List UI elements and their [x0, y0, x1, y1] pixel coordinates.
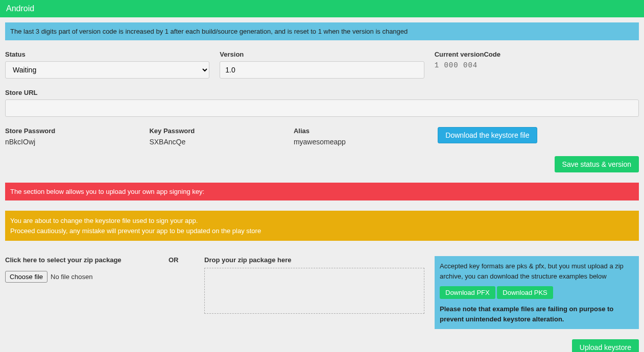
- store-password-value: nBkcIOwj: [5, 138, 139, 146]
- store-url-input[interactable]: [5, 99, 639, 117]
- accepted-note: Please note that example files are faili…: [440, 304, 634, 324]
- save-status-version-button[interactable]: Save status & version: [555, 156, 639, 172]
- version-input[interactable]: [220, 61, 424, 79]
- drop-label: Drop your zip package here: [204, 256, 424, 264]
- version-field: Version: [220, 51, 424, 79]
- version-code-value: 1 000 004: [435, 61, 639, 69]
- alias-value: myawesomeapp: [294, 138, 427, 146]
- page-title: Android: [6, 4, 34, 13]
- status-select[interactable]: Waiting: [5, 61, 209, 79]
- accepted-text: Accepted key formats are pks & pfx, but …: [440, 261, 634, 281]
- version-code-label: Current versionCode: [435, 51, 639, 58]
- download-keystore-button[interactable]: Download the keystore file: [438, 127, 537, 143]
- signing-key-alert: The section below allows you to upload y…: [5, 183, 639, 200]
- version-label: Version: [220, 51, 424, 58]
- choose-file-button[interactable]: Choose file: [5, 271, 47, 283]
- click-select-label: Click here to select your zip package: [5, 256, 158, 264]
- page-header: Android: [0, 0, 644, 17]
- alias-field: Alias myawesomeapp: [294, 127, 427, 146]
- no-file-text: No file chosen: [51, 273, 92, 281]
- alias-label: Alias: [294, 127, 427, 135]
- store-url-label: Store URL: [5, 89, 639, 96]
- download-pfx-button[interactable]: Download PFX: [440, 286, 495, 299]
- dropzone[interactable]: [204, 268, 424, 314]
- key-password-label: Key Password: [149, 127, 283, 135]
- key-password-field: Key Password SXBAncQe: [149, 127, 283, 146]
- accepted-formats-box: Accepted key formats are pks & pfx, but …: [435, 256, 639, 329]
- or-label: OR: [169, 256, 194, 264]
- status-field: Status Waiting: [5, 51, 209, 79]
- status-label: Status: [5, 51, 209, 58]
- upload-keystore-button[interactable]: Upload keystore: [572, 339, 639, 352]
- keystore-warning: You are about to change the keystore fil…: [5, 211, 639, 241]
- key-password-value: SXBAncQe: [149, 138, 283, 146]
- version-code-field: Current versionCode 1 000 004: [435, 51, 639, 79]
- info-banner: The last 3 digits part of version code i…: [5, 22, 639, 40]
- download-pks-button[interactable]: Download PKS: [497, 286, 553, 299]
- store-password-field: Store Password nBkcIOwj: [5, 127, 139, 146]
- store-password-label: Store Password: [5, 127, 139, 135]
